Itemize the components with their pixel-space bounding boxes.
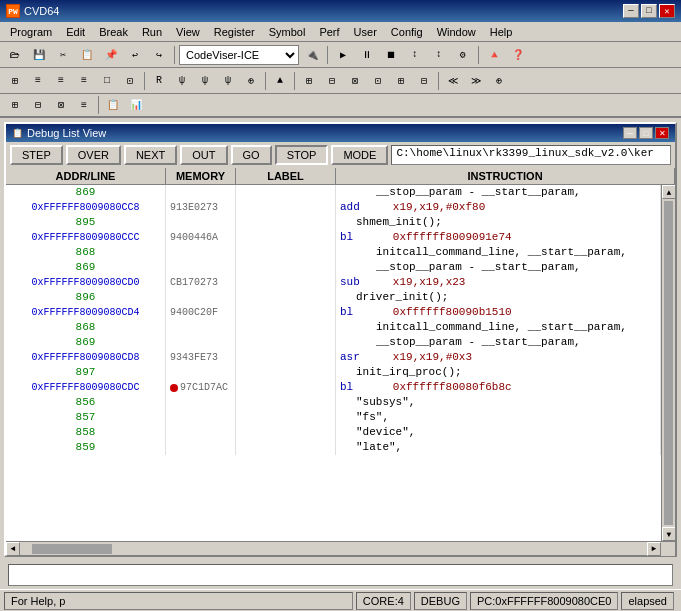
toolbar-btn-4[interactable]: 📋 [76,45,98,65]
toolbar2-btn-14[interactable]: ⊟ [321,71,343,91]
horizontal-scrollbar: ◄ ► [6,541,675,555]
toolbar-btn-15[interactable]: ❓ [507,45,529,65]
toolbar2-btn-2[interactable]: ≡ [27,71,49,91]
menu-config[interactable]: Config [385,25,429,39]
toolbar-btn-5[interactable]: 📌 [100,45,122,65]
out-button[interactable]: OUT [180,145,227,165]
toolbar2-btn-5[interactable]: □ [96,71,118,91]
table-row: 869 __stop__param - __start__param, [6,335,661,350]
toolbar-3: ⊞ ⊟ ⊠ ≡ 📋 📊 [0,94,681,118]
toolbar2-btn-8[interactable]: ψ [171,71,193,91]
menu-window[interactable]: Window [431,25,482,39]
toolbar2-btn-19[interactable]: ≪ [442,71,464,91]
toolbar2-btn-3[interactable]: ≡ [50,71,72,91]
toolbar2-btn-13[interactable]: ⊞ [298,71,320,91]
scroll-left-btn[interactable]: ◄ [6,542,20,556]
menu-register[interactable]: Register [208,25,261,39]
toolbar3-btn-3[interactable]: ⊠ [50,95,72,115]
menu-symbol[interactable]: Symbol [263,25,312,39]
minimize-button[interactable]: ─ [623,4,639,18]
toolbar2-btn-21[interactable]: ⊕ [488,71,510,91]
resize-corner [661,542,675,556]
toolbar-btn-13[interactable]: ⚙ [452,45,474,65]
table-row: 856 "subsys", [6,395,661,410]
next-button[interactable]: NEXT [124,145,177,165]
scroll-up-btn[interactable]: ▲ [662,185,675,199]
debug-close-btn[interactable]: ✕ [655,127,669,139]
toolbar-btn-14[interactable]: 🔺 [483,45,505,65]
toolbar2-btn-1[interactable]: ⊞ [4,71,26,91]
maximize-button[interactable]: □ [641,4,657,18]
table-row: 0xFFFFFF8009080CD0 CB170273 sub x19,x19,… [6,275,661,290]
menu-break[interactable]: Break [93,25,134,39]
debug-minimize-btn[interactable]: ─ [623,127,637,139]
toolbar2-btn-16[interactable]: ⊡ [367,71,389,91]
table-row: 0xFFFFFF8009080CD4 9400C20F bl 0xffffff8… [6,305,661,320]
toolbar2-btn-11[interactable]: ⊕ [240,71,262,91]
toolbar-sep-1 [174,46,175,64]
step-button[interactable]: STEP [10,145,63,165]
toolbar-btn-1[interactable]: 🗁 [4,45,26,65]
toolbar2-btn-7[interactable]: R [148,71,170,91]
toolbar2-btn-18[interactable]: ⊟ [413,71,435,91]
menu-help[interactable]: Help [484,25,519,39]
menu-run[interactable]: Run [136,25,168,39]
toolbar2-btn-17[interactable]: ⊞ [390,71,412,91]
table-row: 0xFFFFFF8009080CDC 97C1D7AC bl 0xffffff8… [6,380,661,395]
stop-button[interactable]: STOP [275,145,329,165]
scroll-right-btn[interactable]: ► [647,542,661,556]
over-button[interactable]: OVER [66,145,121,165]
toolbar-btn-3[interactable]: ✂ [52,45,74,65]
toolbar-btn-10[interactable]: ⏹ [380,45,402,65]
toolbar3-btn-4[interactable]: ≡ [73,95,95,115]
toolbar-btn-9[interactable]: ⏸ [356,45,378,65]
mode-button[interactable]: MODE [331,145,388,165]
scroll-thumb[interactable] [664,201,673,525]
menu-edit[interactable]: Edit [60,25,91,39]
command-input[interactable] [8,564,673,586]
menu-user[interactable]: User [348,25,383,39]
toolbar2-btn-12[interactable]: ▲ [269,71,291,91]
table-scroll-area[interactable]: 869 __stop__param - __start__param, 0xFF… [6,185,661,541]
toolbar3-btn-6[interactable]: 📊 [125,95,147,115]
close-button[interactable]: ✕ [659,4,675,18]
app-icon: PW [6,4,20,18]
toolbar2-btn-4[interactable]: ≡ [73,71,95,91]
toolbar2-btn-15[interactable]: ⊠ [344,71,366,91]
toolbar3-btn-5[interactable]: 📋 [102,95,124,115]
toolbar3-sep-1 [98,96,99,114]
go-button[interactable]: GO [231,145,272,165]
toolbar2-sep-4 [438,72,439,90]
debug-maximize-btn[interactable]: □ [639,127,653,139]
command-input-area [0,561,681,589]
toolbar-connect[interactable]: 🔌 [301,45,323,65]
vertical-scrollbar[interactable]: ▲ ▼ [661,185,675,541]
main-area: 📋 Debug List View ─ □ ✕ STEP OVER NEXT O… [0,118,681,561]
toolbar-btn-11[interactable]: ↕ [404,45,426,65]
table-row: 858 "device", [6,425,661,440]
debug-window-title-label: Debug List View [27,127,106,139]
toolbar-btn-6[interactable]: ↩ [124,45,146,65]
toolbar2-sep-3 [294,72,295,90]
toolbar-btn-7[interactable]: ↪ [148,45,170,65]
window-controls: ─ □ ✕ [623,4,675,18]
status-mode: DEBUG [414,592,467,610]
toolbar3-btn-2[interactable]: ⊟ [27,95,49,115]
toolbar-btn-12[interactable]: ↕ [428,45,450,65]
table-header: ADDR/LINE MEMORY LABEL INSTRUCTION [6,168,675,185]
status-pc: PC:0xFFFFFF8009080CE0 [470,592,619,610]
toolbar2-btn-6[interactable]: ⊡ [119,71,141,91]
toolbar-btn-8[interactable]: ▶ [332,45,354,65]
target-dropdown[interactable]: CodeViser-ICE [179,45,299,65]
toolbar2-btn-10[interactable]: ψ [217,71,239,91]
menu-view[interactable]: View [170,25,206,39]
menu-program[interactable]: Program [4,25,58,39]
menu-perf[interactable]: Perf [313,25,345,39]
toolbar-btn-2[interactable]: 💾 [28,45,50,65]
toolbar3-btn-1[interactable]: ⊞ [4,95,26,115]
header-addr: ADDR/LINE [6,168,166,184]
scroll-down-btn[interactable]: ▼ [662,527,675,541]
toolbar2-btn-20[interactable]: ≫ [465,71,487,91]
toolbar2-btn-9[interactable]: ψ [194,71,216,91]
scroll-h-thumb[interactable] [32,544,112,554]
